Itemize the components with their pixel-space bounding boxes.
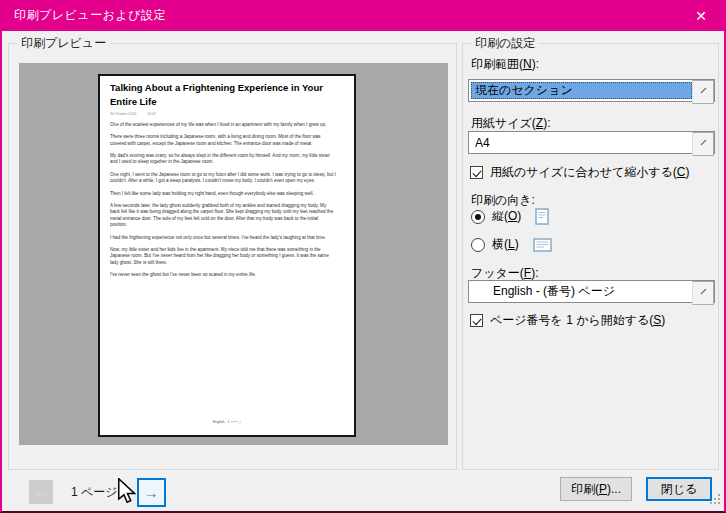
print-preview-dialog: 印刷プレビューおよび設定 ✕ 印刷プレビュー Talking About a F… [0,0,726,513]
page-count-label: 1 ページ [71,484,118,501]
preview-canvas: Talking About a Frightening Experience i… [19,63,448,445]
landscape-label: 横(L) [492,236,519,253]
doc-paragraph: Then I felt like some lady was holding m… [110,190,336,196]
preview-page: Talking About a Frightening Experience i… [98,74,356,437]
print-range-label: 印刷範囲(N): [471,56,539,73]
print-range-select[interactable]: 現在のセクション [468,79,715,102]
orientation-label: 印刷の向き: [471,192,535,209]
page-navigation: ← 1 ページ → [29,475,166,509]
shrink-to-fit-label: 用紙のサイズに合わせて縮小する(C) [490,164,689,181]
shrink-to-fit-checkbox[interactable] [470,166,483,179]
print-settings-group: 印刷の設定 印刷範囲(N): 現在のセクション 用紙サイズ(Z): A4 用紙の… [462,43,719,470]
next-page-button[interactable]: → [137,478,166,507]
print-button[interactable]: 印刷(P)... [560,477,632,501]
document-date: 30 October 2020 [110,112,136,116]
dialog-buttons: 印刷(P)... 閉じる [560,477,712,501]
paper-size-select[interactable]: A4 [468,131,715,154]
doc-paragraph: A few seconds later, the lady ghost sudd… [110,202,336,228]
document-footer: English - 1 ページ [100,419,354,424]
shrink-to-fit-checkbox-row[interactable]: 用紙のサイズに合わせて縮小する(C) [470,164,689,181]
landscape-page-icon [533,238,552,252]
chevron-down-icon[interactable] [692,281,714,305]
document-title: Talking About a Frightening Experience i… [110,81,341,108]
dialog-title: 印刷プレビューおよび設定 [2,7,166,24]
print-settings-group-label: 印刷の設定 [471,35,539,52]
doc-paragraph: One night, I went to the Japanese room t… [110,171,336,184]
chevron-down-icon[interactable] [692,80,714,104]
doc-paragraph: I had the frightening experience not onl… [110,234,336,240]
document-meta: 30 October 202013:07 [110,112,341,116]
start-page-number-checkbox-row[interactable]: ページ番号を 1 から開始する(S) [470,312,665,329]
doc-paragraph: One of the scariest experiences of my li… [110,121,336,127]
resize-grip[interactable] [709,491,721,509]
footer-value: English - (番号) ページ [469,281,692,302]
portrait-page-icon [535,208,549,225]
doc-paragraph: There were three rooms including a Japan… [110,133,336,146]
close-icon[interactable]: ✕ [678,0,724,31]
paper-size-value: A4 [469,132,692,153]
mouse-cursor-icon [118,478,136,509]
orientation-portrait-row[interactable]: 縦(O) [471,208,549,225]
start-page-number-label: ページ番号を 1 から開始する(S) [490,312,665,329]
doc-paragraph: My dad's snoring was crazy, so he always… [110,152,336,165]
close-button[interactable]: 閉じる [646,477,712,501]
portrait-label: 縦(O) [492,208,521,225]
print-range-value: 現在のセクション [471,82,692,99]
paper-size-label: 用紙サイズ(Z): [471,115,551,132]
landscape-radio[interactable] [471,238,485,252]
document-time: 13:07 [147,112,156,116]
previous-page-button[interactable]: ← [29,480,53,504]
print-preview-group-label: 印刷プレビュー [17,35,110,52]
doc-paragraph: I've never seen the ghost but I've never… [110,271,336,277]
preview-page-content: Talking About a Frightening Experience i… [100,76,354,435]
print-preview-group: 印刷プレビュー Talking About a Frightening Expe… [8,43,457,470]
orientation-landscape-row[interactable]: 横(L) [471,236,552,253]
doc-paragraph: Now, my little sister and her kids live … [110,246,336,265]
forward-arrow-icon: → [144,484,159,501]
footer-select[interactable]: English - (番号) ページ [468,280,715,303]
start-page-number-checkbox[interactable] [470,314,483,327]
dialog-body: 印刷プレビュー Talking About a Frightening Expe… [2,31,724,511]
chevron-down-icon[interactable] [692,132,714,156]
portrait-radio[interactable] [471,210,485,224]
document-body: One of the scariest experiences of my li… [110,121,336,278]
back-arrow-icon: ← [34,484,48,500]
title-bar[interactable]: 印刷プレビューおよび設定 ✕ [2,0,724,31]
